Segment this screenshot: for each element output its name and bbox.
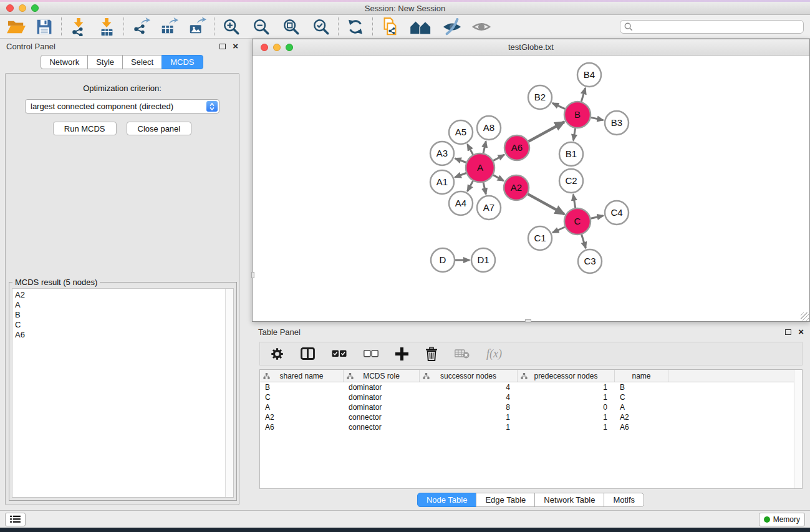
close-network-window-button[interactable] [261, 44, 268, 51]
export-table-icon[interactable] [159, 17, 179, 36]
graph-edge-A6-B[interactable] [528, 122, 564, 142]
search-field[interactable] [620, 20, 804, 34]
import-table-icon[interactable] [97, 17, 117, 36]
table-row[interactable]: Bdominator41B [260, 382, 802, 392]
table-cell: C [260, 392, 344, 402]
mcds-result-item[interactable]: C [15, 320, 225, 330]
search-input[interactable] [635, 22, 799, 31]
graph-edge-B-B2[interactable] [552, 103, 565, 109]
minimize-network-window-button[interactable] [273, 44, 281, 51]
table-row[interactable]: Adominator80A [260, 402, 802, 412]
optimization-criterion-select[interactable]: largest connected component (directed) [25, 99, 219, 114]
delete-table-icon[interactable] [455, 349, 470, 359]
tab-motifs[interactable]: Motifs [604, 493, 644, 507]
graph-node-label-D1: D1 [477, 254, 489, 265]
close-table-panel-icon[interactable]: × [798, 329, 804, 335]
graph-edge-A-A3[interactable] [455, 158, 466, 163]
save-session-icon[interactable] [34, 17, 54, 36]
minimize-window-button[interactable] [19, 4, 26, 12]
add-column-icon[interactable] [395, 347, 408, 360]
import-network-icon[interactable] [69, 17, 89, 36]
memory-button[interactable]: Memory [759, 513, 805, 526]
mcds-tab-content: Optimization criterion: largest connecte… [5, 73, 239, 505]
open-session-icon[interactable] [6, 17, 26, 36]
graph-edge-A-A2[interactable] [493, 175, 504, 181]
function-builder-icon[interactable]: f(x) [486, 347, 502, 360]
zoom-window-button[interactable] [31, 4, 39, 12]
column-header-shared-name[interactable]: shared name [260, 370, 344, 382]
graph-edge-A-A4[interactable] [468, 181, 473, 191]
deselect-all-icon[interactable] [364, 350, 378, 357]
network-canvas[interactable]: B4B2BB3A5A8A6B1A3AA1C2A2A4A7CC4C1C3DD1 [253, 56, 809, 321]
result-list-scrollbar[interactable] [225, 289, 233, 497]
graph-edge-B-B1[interactable] [573, 128, 575, 141]
select-all-icon[interactable] [332, 350, 347, 357]
table-row[interactable]: A2connector11A2 [260, 412, 802, 422]
graph-node-label-A: A [477, 162, 483, 173]
search-icon [624, 22, 633, 31]
table-scrollbar[interactable] [794, 370, 802, 488]
graph-edge-C-C1[interactable] [552, 227, 565, 233]
table-cell: connector [344, 422, 420, 432]
delete-column-trash-icon[interactable] [425, 347, 438, 361]
graph-edge-C-C2[interactable] [573, 195, 575, 208]
zoom-in-icon[interactable] [221, 17, 241, 36]
show-panel-eye-icon[interactable] [471, 17, 491, 36]
graph-edge-A-A5[interactable] [468, 144, 473, 155]
table-cell: dominator [344, 382, 420, 392]
graph-edge-C-C3[interactable] [582, 235, 586, 248]
tab-edge-table[interactable]: Edge Table [476, 493, 535, 507]
export-image-icon[interactable] [187, 17, 207, 36]
dropdown-value: largest connected component (directed) [31, 102, 173, 111]
tab-network[interactable]: Network [41, 55, 88, 69]
window-resize-grip[interactable] [801, 312, 809, 321]
column-header-MCDS-role[interactable]: MCDS role [344, 370, 420, 382]
control-panel-title: Control Panel [6, 42, 55, 51]
hide-panel-eye-icon[interactable] [442, 17, 462, 36]
graph-edge-A-A6[interactable] [493, 155, 504, 161]
show-columns-icon[interactable] [301, 347, 315, 360]
graph-edge-A2-C[interactable] [528, 194, 564, 214]
home-icon[interactable] [409, 17, 433, 36]
table-body: Bdominator41BCdominator41CAdominator80AA… [260, 382, 802, 432]
tab-select[interactable]: Select [122, 55, 162, 69]
float-table-panel-icon[interactable] [785, 329, 791, 335]
table-cell: 1 [518, 412, 615, 422]
export-network-icon[interactable] [131, 17, 151, 36]
close-window-button[interactable] [6, 4, 14, 12]
tab-style[interactable]: Style [87, 55, 123, 69]
mcds-result-item[interactable]: A2 [15, 290, 225, 300]
graph-edge-A-A7[interactable] [483, 182, 486, 194]
canvas-bottom-grip[interactable] [525, 319, 531, 322]
canvas-left-grip[interactable] [251, 272, 254, 278]
table-row[interactable]: A6connector11A6 [260, 422, 802, 432]
close-panel-button[interactable]: Close panel [127, 122, 192, 135]
float-panel-icon[interactable] [219, 44, 226, 49]
graph-edge-A-A1[interactable] [455, 173, 466, 178]
mcds-result-item[interactable]: A [15, 300, 225, 310]
close-panel-icon[interactable]: × [233, 43, 238, 49]
zoom-fit-icon[interactable] [281, 17, 301, 36]
mcds-result-item[interactable]: B [15, 310, 225, 320]
run-mcds-button[interactable]: Run MCDS [53, 122, 117, 135]
graph-edge-B-B4[interactable] [581, 88, 585, 102]
table-settings-gear-icon[interactable] [271, 347, 284, 360]
graph-edge-A-A8[interactable] [483, 142, 486, 153]
task-history-button[interactable] [5, 513, 26, 526]
graph-edge-B-B3[interactable] [591, 117, 604, 120]
mcds-result-item[interactable]: A6 [15, 330, 225, 340]
refresh-icon[interactable] [345, 17, 365, 36]
tab-mcds[interactable]: MCDS [162, 55, 203, 69]
zoom-network-window-button[interactable] [286, 44, 293, 51]
column-header-name[interactable]: name [615, 370, 668, 382]
tab-node-table[interactable]: Node Table [417, 493, 477, 507]
graph-edge-C-C4[interactable] [591, 216, 604, 218]
zoom-out-icon[interactable] [251, 17, 271, 36]
column-header-predecessor-nodes[interactable]: predecessor nodes [518, 370, 615, 382]
tab-network-table[interactable]: Network Table [534, 493, 604, 507]
table-cell: 0 [518, 402, 615, 412]
column-header-successor-nodes[interactable]: successor nodes [420, 370, 518, 382]
zoom-selected-icon[interactable] [311, 17, 331, 36]
clone-network-icon[interactable] [380, 17, 400, 36]
table-row[interactable]: Cdominator41C [260, 392, 802, 402]
